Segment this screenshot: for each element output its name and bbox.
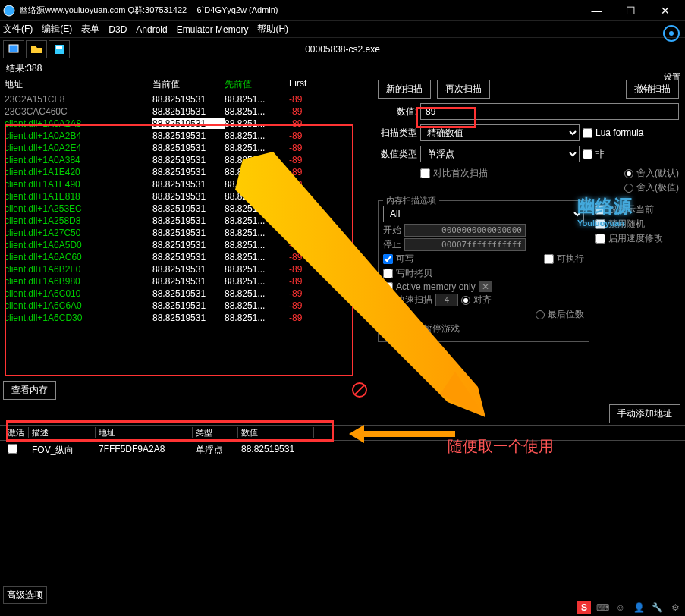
round-default-radio[interactable] bbox=[624, 169, 633, 178]
new-scan-button[interactable]: 新的扫描 bbox=[378, 80, 431, 99]
tray-settings-icon[interactable]: ⚙ bbox=[668, 601, 682, 614]
results-panel: 地址 当前值 先前值 First 23C2A151CF888.825195318… bbox=[0, 77, 372, 403]
fast-value[interactable] bbox=[435, 294, 458, 306]
memory-options-group: 内存扫描选项 All 开始 停止 可写可执行 写时拷贝 Active memor… bbox=[378, 200, 589, 342]
pause-checkbox[interactable] bbox=[383, 324, 393, 334]
open-button[interactable] bbox=[26, 40, 47, 58]
col-desc[interactable]: 描述 bbox=[29, 427, 96, 438]
select-process-button[interactable] bbox=[3, 40, 24, 58]
toolbar: 00005838-cs2.exe bbox=[0, 38, 685, 61]
svg-rect-3 bbox=[56, 46, 62, 49]
tray-emoji-icon[interactable]: ☺ bbox=[614, 601, 627, 614]
lua-checkbox[interactable] bbox=[583, 128, 592, 138]
maximize-button[interactable]: ☐ bbox=[614, 0, 648, 21]
menubar: 文件(F) 编辑(E) 表单 D3D Android Emulator Memo… bbox=[0, 21, 685, 38]
result-row[interactable]: client.dll+1A6C6A088.8251953188.8251...-… bbox=[0, 300, 372, 312]
scan-panel: 新的扫描 再次扫描 撤销扫描 数值: 扫描类型 精确数值 Lua formula… bbox=[372, 77, 685, 403]
menu-form[interactable]: 表单 bbox=[81, 23, 99, 36]
col-first[interactable]: First bbox=[289, 78, 350, 91]
result-row[interactable]: client.dll+1A27C5088.8251953188.8251...-… bbox=[0, 227, 372, 239]
titlebar: 幽络源www.youluoyuan.com Q群:307531422 -- 6`… bbox=[0, 0, 685, 21]
result-row[interactable]: client.dll+1A6B98088.8251953188.8251...-… bbox=[0, 275, 372, 288]
result-row[interactable]: 23C3CAC460C88.8251953188.8251...-89 bbox=[0, 105, 372, 118]
menu-emulator[interactable]: Emulator Memory bbox=[177, 24, 249, 35]
result-row[interactable]: client.dll+1A1E49088.8251953188.8251...-… bbox=[0, 178, 372, 190]
row-desc: FOV_纵向 bbox=[29, 444, 96, 457]
col-active[interactable]: 激活 bbox=[5, 427, 29, 438]
round-extreme-radio[interactable] bbox=[624, 184, 633, 193]
amo-clear-icon[interactable]: ✕ bbox=[479, 281, 492, 292]
menu-d3d[interactable]: D3D bbox=[108, 24, 127, 35]
result-row[interactable]: client.dll+1A0A38488.8251953188.8251...-… bbox=[0, 154, 372, 166]
result-row[interactable]: client.dll+1A258D888.8251953188.8251...-… bbox=[0, 215, 372, 227]
row-type: 单浮点 bbox=[193, 444, 238, 457]
not-checkbox[interactable] bbox=[583, 149, 592, 159]
svg-point-5 bbox=[669, 31, 674, 36]
save-button[interactable] bbox=[49, 40, 70, 58]
result-row[interactable]: client.dll+1A0A2E488.8251953188.8251...-… bbox=[0, 142, 372, 154]
forbidden-icon[interactable] bbox=[350, 381, 369, 399]
svg-line-7 bbox=[355, 385, 364, 394]
app-icon bbox=[3, 5, 15, 17]
row-addr: 7FFF5DF9A2A8 bbox=[96, 444, 193, 457]
result-row[interactable]: client.dll+1A253EC88.8251953188.8251...-… bbox=[0, 203, 372, 215]
tray-tool-icon[interactable]: 🔧 bbox=[650, 601, 664, 614]
watermark-logo: 幽络源Youluoyuan bbox=[577, 194, 632, 228]
tray-sogou-icon[interactable]: S bbox=[577, 601, 591, 614]
col-type[interactable]: 类型 bbox=[193, 427, 238, 438]
result-row[interactable]: client.dll+1A6C01088.8251953188.8251...-… bbox=[0, 288, 372, 300]
col-value[interactable]: 数值 bbox=[238, 427, 314, 438]
result-row[interactable]: client.dll+1A1E81888.8251953188.8251...-… bbox=[0, 190, 372, 203]
align-radio[interactable] bbox=[461, 296, 470, 305]
valtype-select[interactable]: 单浮点 bbox=[420, 146, 580, 162]
tray-keyboard-icon[interactable]: ⌨ bbox=[595, 601, 609, 614]
advanced-options[interactable]: 高级选项 bbox=[3, 586, 47, 604]
scantype-label: 扫描类型 bbox=[378, 127, 417, 140]
col-addr2[interactable]: 地址 bbox=[96, 427, 193, 438]
result-row[interactable]: client.dll+1A1E42088.8251953188.8251...-… bbox=[0, 166, 372, 178]
result-row[interactable]: client.dll+1A0A2B488.8251953188.8251...-… bbox=[0, 130, 372, 142]
system-tray: S ⌨ ☺ 👤 🔧 ⚙ bbox=[576, 599, 683, 616]
tray-user-icon[interactable]: 👤 bbox=[632, 601, 646, 614]
minimize-button[interactable]: — bbox=[580, 0, 614, 21]
cheat-table-row[interactable]: FOV_纵向 7FFF5DF9A2A8 单浮点 88.82519531 bbox=[0, 441, 685, 460]
result-row[interactable]: client.dll+1A6AC6088.8251953188.8251...-… bbox=[0, 251, 372, 263]
view-memory-button[interactable]: 查看内存 bbox=[3, 381, 56, 400]
menu-edit[interactable]: 编辑(E) bbox=[42, 23, 72, 36]
menu-help[interactable]: 帮助(H) bbox=[257, 23, 288, 36]
amo-checkbox[interactable] bbox=[383, 282, 393, 292]
row-active-checkbox[interactable] bbox=[8, 444, 17, 454]
exec-checkbox[interactable] bbox=[544, 254, 554, 264]
close-button[interactable]: ✕ bbox=[648, 0, 682, 21]
result-row[interactable]: client.dll+1A6CD3088.8251953188.8251...-… bbox=[0, 312, 372, 324]
cow-checkbox[interactable] bbox=[383, 269, 393, 278]
process-name: 00005838-cs2.exe bbox=[305, 44, 380, 55]
result-row[interactable]: client.dll+1A6A5D088.8251953188.8251...-… bbox=[0, 239, 372, 251]
annotation-text: 随便取一个使用 bbox=[448, 436, 554, 457]
result-row[interactable]: 23C2A151CF888.8251953188.8251...-89 bbox=[0, 93, 372, 105]
svg-rect-1 bbox=[9, 45, 18, 52]
col-previous[interactable]: 先前值 bbox=[225, 78, 289, 91]
start-input[interactable] bbox=[404, 224, 526, 237]
fast-checkbox[interactable] bbox=[383, 295, 393, 305]
results-list[interactable]: 23C2A151CF888.8251953188.8251...-8923C3C… bbox=[0, 93, 372, 378]
next-scan-button[interactable]: 再次扫描 bbox=[437, 80, 490, 99]
compare-first-checkbox[interactable] bbox=[420, 168, 430, 178]
col-address[interactable]: 地址 bbox=[5, 78, 152, 91]
result-row[interactable]: client.dll+1A6B2F088.8251953188.8251...-… bbox=[0, 263, 372, 275]
settings-icon[interactable] bbox=[662, 24, 680, 42]
stop-input[interactable] bbox=[404, 238, 526, 251]
undo-scan-button[interactable]: 撤销扫描 bbox=[626, 80, 679, 99]
results-header: 地址 当前值 先前值 First bbox=[0, 77, 372, 93]
region-select[interactable]: All bbox=[383, 206, 584, 222]
writable-checkbox[interactable] bbox=[383, 254, 393, 264]
col-current[interactable]: 当前值 bbox=[152, 78, 225, 91]
manual-add-button[interactable]: 手动添加地址 bbox=[609, 404, 680, 423]
speed-checkbox[interactable] bbox=[595, 234, 605, 244]
lastbit-radio[interactable] bbox=[536, 310, 545, 319]
value-input[interactable] bbox=[420, 103, 679, 120]
menu-file[interactable]: 文件(F) bbox=[3, 23, 33, 36]
result-row[interactable]: client.dll+1A0A2A888.8251953188.8251...-… bbox=[0, 118, 372, 130]
scantype-select[interactable]: 精确数值 bbox=[420, 124, 580, 141]
menu-android[interactable]: Android bbox=[136, 24, 167, 35]
